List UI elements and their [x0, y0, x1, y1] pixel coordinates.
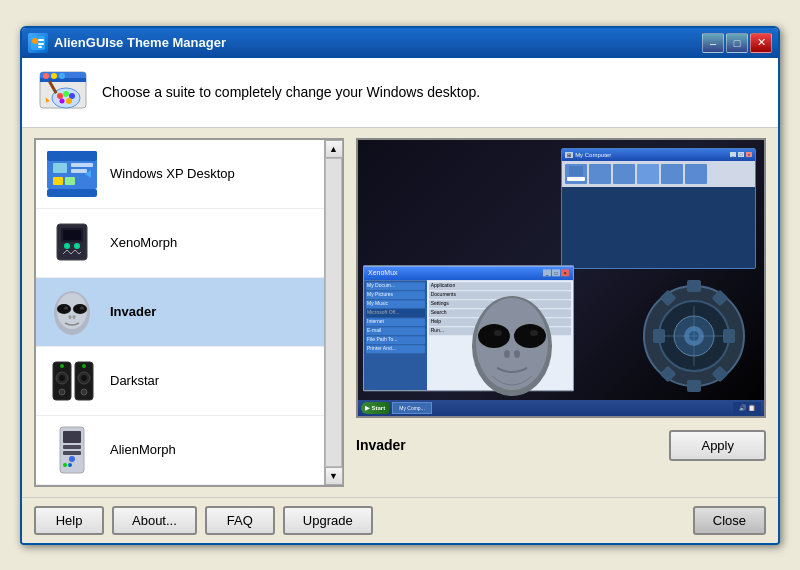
- minimize-button[interactable]: –: [702, 33, 724, 53]
- svg-point-8: [43, 73, 49, 79]
- svg-point-32: [74, 243, 80, 249]
- theme-thumb-invader: [44, 284, 100, 340]
- maximize-button[interactable]: □: [726, 33, 748, 53]
- svg-point-12: [57, 93, 63, 99]
- preview-image: ⊞ My Computer _ □ ×: [356, 138, 766, 418]
- svg-point-46: [81, 375, 87, 381]
- theme-item-alienmorphe[interactable]: AlienMorph: [36, 416, 324, 485]
- apply-button[interactable]: Apply: [669, 430, 766, 461]
- theme-list-container: Windows XP Desktop: [34, 138, 344, 487]
- svg-point-15: [66, 98, 72, 104]
- preview-window-1: ⊞ My Computer _ □ ×: [561, 148, 756, 269]
- svg-point-63: [530, 330, 538, 336]
- window-title: AlienGUIse Theme Manager: [54, 35, 696, 50]
- alien-head-preview: [457, 276, 567, 406]
- theme-list: Windows XP Desktop: [36, 140, 324, 485]
- svg-point-62: [494, 330, 502, 336]
- theme-name-darkstar: Darkstar: [110, 373, 159, 388]
- footer: Help About... FAQ Upgrade Close: [22, 497, 778, 543]
- app-icon: [28, 33, 48, 53]
- svg-point-31: [64, 243, 70, 249]
- theme-item-xenomorph[interactable]: XenoMorph: [36, 209, 324, 278]
- svg-point-36: [73, 304, 87, 314]
- svg-rect-72: [723, 329, 735, 343]
- svg-point-1: [32, 38, 38, 44]
- theme-list-scrollbar[interactable]: ▲ ▼: [324, 140, 342, 485]
- window-controls: – □ ✕: [702, 33, 772, 53]
- theme-name-xenomorph: XenoMorph: [110, 235, 177, 250]
- theme-thumb-windows-xp: [44, 146, 100, 202]
- svg-point-14: [69, 93, 75, 99]
- title-bar: AlienGUIse Theme Manager – □ ✕: [22, 28, 778, 58]
- svg-rect-22: [53, 163, 67, 173]
- theme-name-alienmorphe: AlienMorph: [110, 442, 176, 457]
- svg-point-37: [64, 306, 68, 309]
- theme-thumb-xenomorph: [44, 215, 100, 271]
- svg-point-49: [60, 364, 64, 368]
- theme-item-windows-xp[interactable]: Windows XP Desktop: [36, 140, 324, 209]
- svg-point-57: [68, 463, 72, 467]
- svg-rect-24: [71, 169, 87, 173]
- theme-name-windows-xp: Windows XP Desktop: [110, 166, 235, 181]
- svg-rect-52: [63, 431, 81, 443]
- svg-point-61: [514, 324, 546, 348]
- svg-point-10: [59, 73, 65, 79]
- scroll-track[interactable]: [325, 158, 342, 467]
- svg-point-13: [63, 91, 69, 97]
- close-window-button[interactable]: ✕: [750, 33, 772, 53]
- svg-rect-26: [65, 177, 75, 185]
- svg-point-39: [69, 315, 72, 319]
- scroll-down-button[interactable]: ▼: [325, 467, 343, 485]
- svg-point-60: [478, 324, 510, 348]
- svg-point-16: [60, 98, 65, 103]
- svg-point-44: [59, 375, 65, 381]
- svg-point-48: [81, 389, 87, 395]
- svg-point-47: [59, 389, 65, 395]
- svg-rect-70: [687, 380, 701, 392]
- svg-point-55: [69, 456, 75, 462]
- main-content: Windows XP Desktop: [22, 128, 778, 497]
- about-button[interactable]: About...: [112, 506, 197, 535]
- svg-point-64: [504, 350, 510, 358]
- header: Choose a suite to completely change your…: [22, 58, 778, 128]
- svg-point-35: [57, 304, 71, 314]
- svg-rect-25: [53, 177, 63, 185]
- theme-thumb-darkstar: [44, 353, 100, 409]
- preview-bottom: Invader Apply: [356, 426, 766, 461]
- svg-rect-30: [63, 230, 81, 240]
- svg-rect-69: [687, 280, 701, 292]
- svg-rect-3: [38, 43, 44, 45]
- svg-rect-20: [47, 151, 97, 161]
- faq-button[interactable]: FAQ: [205, 506, 275, 535]
- svg-point-40: [73, 315, 76, 319]
- mech-preview: [629, 256, 759, 416]
- help-button[interactable]: Help: [34, 506, 104, 535]
- scroll-up-button[interactable]: ▲: [325, 140, 343, 158]
- close-button[interactable]: Close: [693, 506, 766, 535]
- svg-rect-53: [63, 445, 81, 449]
- svg-rect-23: [71, 163, 93, 167]
- svg-rect-21: [47, 189, 97, 197]
- preview-scene: ⊞ My Computer _ □ ×: [358, 140, 764, 416]
- svg-point-38: [80, 306, 84, 309]
- svg-rect-54: [63, 451, 81, 455]
- svg-point-9: [51, 73, 57, 79]
- theme-thumb-alienmorphe: [44, 422, 100, 478]
- theme-item-invader[interactable]: Invader: [36, 278, 324, 347]
- svg-rect-2: [38, 39, 44, 41]
- preview-selected-name: Invader: [356, 437, 406, 453]
- preview-panel: ⊞ My Computer _ □ ×: [344, 138, 766, 487]
- upgrade-button[interactable]: Upgrade: [283, 506, 373, 535]
- svg-rect-4: [38, 46, 42, 48]
- svg-rect-71: [653, 329, 665, 343]
- svg-point-56: [63, 463, 67, 467]
- preview-taskbar: ▶ Start My Comp... 🔊 📋: [358, 400, 764, 416]
- svg-point-50: [82, 364, 86, 368]
- main-window: AlienGUIse Theme Manager – □ ✕: [20, 26, 780, 545]
- theme-name-invader: Invader: [110, 304, 156, 319]
- header-description: Choose a suite to completely change your…: [102, 84, 480, 100]
- theme-item-darkstar[interactable]: Darkstar: [36, 347, 324, 416]
- header-icon: [38, 70, 88, 115]
- svg-point-65: [514, 350, 520, 358]
